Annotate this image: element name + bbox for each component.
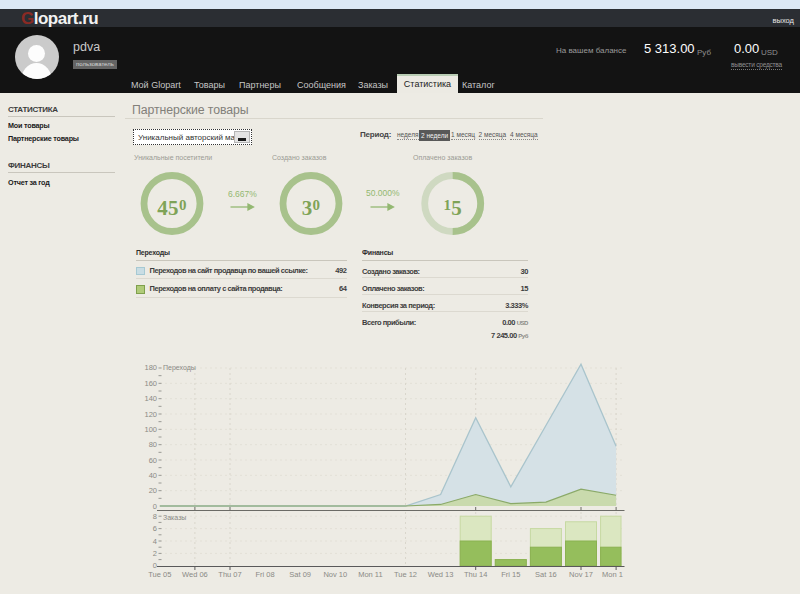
svg-text:Thu 07: Thu 07 bbox=[218, 570, 241, 579]
svg-text:8: 8 bbox=[153, 512, 157, 521]
svg-text:Thu 14: Thu 14 bbox=[464, 570, 487, 579]
svg-text:20: 20 bbox=[149, 486, 157, 495]
svg-text:160: 160 bbox=[144, 379, 157, 388]
svg-text:140: 140 bbox=[144, 394, 157, 403]
svg-text:100: 100 bbox=[144, 425, 157, 434]
svg-text:120: 120 bbox=[144, 410, 157, 419]
svg-text:Переходы: Переходы bbox=[163, 364, 196, 372]
svg-text:40: 40 bbox=[149, 471, 157, 480]
svg-text:Nov 10: Nov 10 bbox=[323, 570, 347, 579]
svg-text:Tue 12: Tue 12 bbox=[394, 570, 417, 579]
svg-text:2: 2 bbox=[153, 549, 157, 558]
svg-text:Sat 09: Sat 09 bbox=[289, 570, 311, 579]
svg-text:Nov 17: Nov 17 bbox=[569, 570, 593, 579]
svg-text:180: 180 bbox=[144, 363, 157, 372]
svg-text:80: 80 bbox=[149, 440, 157, 449]
svg-text:4: 4 bbox=[153, 537, 157, 546]
svg-text:Sat 16: Sat 16 bbox=[535, 570, 557, 579]
svg-text:60: 60 bbox=[149, 456, 157, 465]
svg-text:0: 0 bbox=[153, 502, 157, 511]
svg-text:Fri 15: Fri 15 bbox=[501, 570, 520, 579]
svg-text:Tue 05: Tue 05 bbox=[148, 570, 171, 579]
svg-text:Wed 13: Wed 13 bbox=[428, 570, 454, 579]
svg-text:Fri 08: Fri 08 bbox=[256, 570, 275, 579]
svg-text:Wed 06: Wed 06 bbox=[182, 570, 208, 579]
svg-text:Заказы: Заказы bbox=[163, 514, 186, 521]
svg-text:Mon 11: Mon 11 bbox=[358, 570, 382, 579]
svg-text:Mon 1: Mon 1 bbox=[602, 570, 623, 579]
svg-text:6: 6 bbox=[153, 524, 157, 533]
